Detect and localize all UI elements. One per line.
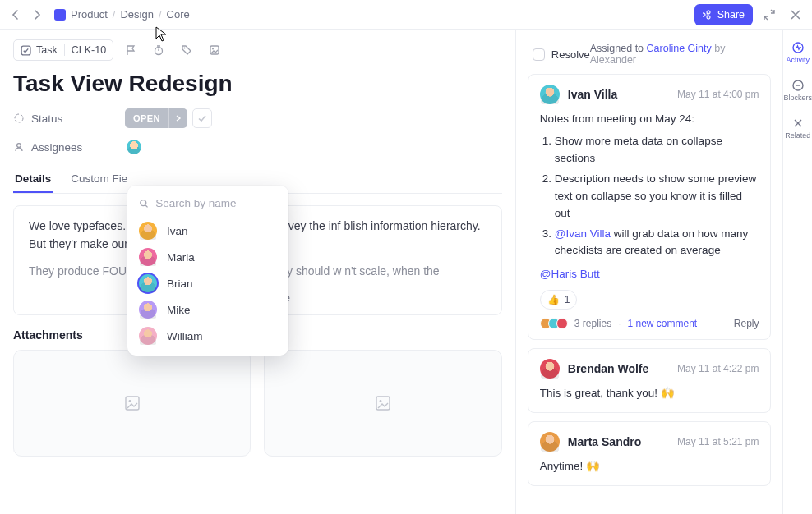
reaction-count: 1: [565, 294, 570, 305]
svg-rect-0: [21, 46, 30, 55]
svg-point-5: [15, 114, 23, 122]
comment-card: Brendan Wolfe May 11 at 4:22 pm This is …: [528, 348, 772, 413]
avatar: [540, 432, 560, 452]
avatar: [540, 85, 560, 104]
avatar: [139, 274, 157, 292]
status-next-icon[interactable]: [168, 108, 187, 128]
task-chip-type: Task: [36, 44, 58, 56]
rail-item-related[interactable]: Related: [785, 117, 810, 140]
reply-button[interactable]: Reply: [734, 318, 759, 329]
comment-author[interactable]: Ivan Villa: [568, 88, 617, 101]
assignee-option[interactable]: Ivan: [127, 218, 288, 244]
image-placeholder-icon: [375, 395, 391, 411]
rail-item-label: Blockers: [783, 94, 812, 102]
svg-point-11: [141, 200, 146, 205]
nav-back-button[interactable]: [7, 6, 25, 24]
app-logo-icon: [54, 9, 66, 21]
task-chip[interactable]: Task CLK-10: [13, 39, 113, 61]
svg-point-6: [17, 144, 21, 148]
rail-item-activity[interactable]: Activity: [786, 41, 810, 64]
assignee-option[interactable]: William: [127, 323, 288, 349]
resolve-checkbox[interactable]: Resolve: [533, 48, 590, 61]
reply-avatars: [540, 318, 568, 329]
comment-time: May 11 at 4:00 pm: [677, 89, 759, 100]
assignee-option-name: Brian: [167, 278, 193, 290]
tab-details[interactable]: Details: [13, 166, 53, 193]
attachment-slot[interactable]: [264, 350, 501, 457]
crumb-1[interactable]: Design: [120, 8, 153, 21]
assignee-option[interactable]: Maria: [127, 244, 288, 270]
checkbox-icon: [533, 48, 545, 61]
replies-count[interactable]: 3 replies: [574, 318, 611, 329]
avatar: [139, 248, 157, 266]
avatar: [540, 359, 560, 379]
attachment-slot[interactable]: [13, 350, 251, 457]
status-badge[interactable]: OPEN: [125, 108, 187, 128]
assignee-avatar[interactable]: [125, 138, 143, 156]
assignee-option-name: William: [167, 330, 203, 342]
share-button[interactable]: Share: [694, 4, 753, 25]
task-icon: [21, 45, 31, 56]
comment-card: Ivan Villa May 11 at 4:00 pm Notes from …: [528, 74, 772, 340]
rail-item-blockers[interactable]: Blockers: [783, 79, 812, 102]
crumb-0[interactable]: Product: [71, 8, 108, 21]
mention-link[interactable]: @Ivan Villa: [555, 227, 611, 240]
assignee-option[interactable]: Brian: [127, 270, 288, 296]
svg-point-4: [212, 48, 214, 50]
status-icon: [13, 112, 25, 124]
comment-body: Anytime! 🙌: [540, 458, 759, 475]
cursor-icon: [155, 26, 168, 43]
comment-author[interactable]: Brendan Wolfe: [568, 362, 649, 375]
blockers-icon: [791, 79, 805, 92]
share-icon: [703, 10, 713, 20]
assignee-popover: IvanMariaBrianMikeWilliam: [127, 186, 288, 356]
avatar: [139, 327, 157, 345]
avatar: [139, 222, 157, 240]
status-label: Status: [13, 112, 115, 125]
related-icon: [791, 117, 805, 130]
tag-button[interactable]: [176, 39, 197, 61]
assignee-option-name: Mike: [167, 304, 191, 316]
flag-button[interactable]: [120, 39, 141, 61]
activity-icon: [791, 41, 805, 54]
comment-body: This is great, thank you! 🙌: [540, 385, 759, 402]
svg-point-10: [380, 401, 382, 403]
reaction-chip[interactable]: 👍 1: [540, 290, 578, 310]
svg-point-8: [128, 401, 131, 403]
assignee-search-input[interactable]: [155, 197, 277, 209]
search-icon: [139, 198, 149, 209]
assigned-to-text: Assigned to Caroline Ginty by Alexander: [590, 43, 767, 66]
comment-lead: Notes from meeting on May 24:: [540, 111, 759, 128]
image-placeholder-icon: [124, 395, 141, 411]
nav-forward-button[interactable]: [28, 6, 46, 24]
task-chip-id: CLK-10: [72, 44, 106, 56]
svg-point-2: [184, 48, 186, 49]
assignee-option-name: Maria: [167, 251, 195, 264]
tab-custom-fields[interactable]: Custom Fie: [69, 166, 129, 193]
person-icon: [13, 141, 25, 153]
comment-card: Marta Sandro May 11 at 5:21 pm Anytime! …: [528, 421, 772, 486]
collapse-button[interactable]: [759, 5, 779, 25]
mention-link[interactable]: @Haris Butt: [540, 268, 600, 280]
comment-list-item: @Ivan Villa will grab data on how many c…: [555, 226, 759, 260]
image-button[interactable]: [204, 39, 225, 61]
comment-list-item: Description needs to show some preview t…: [555, 171, 759, 223]
comment-list-item: Show more meta data on collapse sections: [555, 133, 759, 168]
comment-time: May 11 at 4:22 pm: [677, 363, 759, 374]
reaction-emoji: 👍: [547, 294, 560, 305]
assignee-option-name: Ivan: [167, 225, 188, 237]
breadcrumb: Product / Design / Core: [54, 8, 190, 21]
mark-complete-button[interactable]: [192, 108, 212, 128]
rail-item-label: Related: [785, 131, 810, 140]
rail-item-label: Activity: [786, 56, 810, 64]
comment-time: May 11 at 5:21 pm: [677, 436, 759, 447]
assignees-label: Assignees: [13, 141, 115, 154]
new-comment-link[interactable]: 1 new comment: [627, 318, 697, 329]
comment-author[interactable]: Marta Sandro: [568, 435, 641, 448]
assignee-link[interactable]: Caroline Ginty: [647, 43, 712, 54]
assignee-option[interactable]: Mike: [127, 296, 288, 323]
close-button[interactable]: [786, 5, 805, 25]
avatar: [139, 301, 157, 319]
page-title: Task View Redesign: [13, 71, 502, 97]
crumb-2[interactable]: Core: [167, 8, 190, 21]
